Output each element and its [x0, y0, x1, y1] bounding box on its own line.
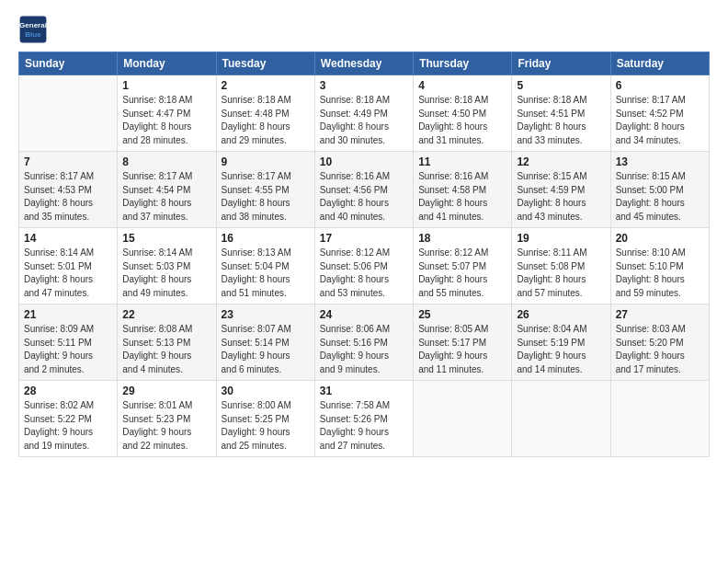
- day-number: 17: [320, 232, 408, 245]
- calendar-cell: [414, 381, 512, 457]
- calendar-cell: 16Sunrise: 8:13 AM Sunset: 5:04 PM Dayli…: [216, 228, 314, 304]
- day-info: Sunrise: 8:11 AM Sunset: 5:08 PM Dayligh…: [517, 247, 605, 300]
- calendar-cell: 31Sunrise: 7:58 AM Sunset: 5:26 PM Dayli…: [314, 381, 413, 457]
- week-row-4: 21Sunrise: 8:09 AM Sunset: 5:11 PM Dayli…: [19, 304, 710, 381]
- day-number: 27: [616, 308, 704, 321]
- calendar-cell: 14Sunrise: 8:14 AM Sunset: 5:01 PM Dayli…: [19, 228, 118, 304]
- calendar-page: General Blue SundayMondayTuesdayWednesda…: [0, 0, 728, 563]
- day-info: Sunrise: 8:18 AM Sunset: 4:47 PM Dayligh…: [122, 94, 210, 147]
- day-number: 18: [418, 232, 506, 245]
- day-info: Sunrise: 8:15 AM Sunset: 5:00 PM Dayligh…: [616, 170, 704, 224]
- calendar-cell: 23Sunrise: 8:07 AM Sunset: 5:14 PM Dayli…: [216, 304, 314, 381]
- day-info: Sunrise: 8:18 AM Sunset: 4:48 PM Dayligh…: [222, 94, 310, 147]
- week-row-1: 1Sunrise: 8:18 AM Sunset: 4:47 PM Daylig…: [19, 75, 710, 152]
- calendar-cell: 26Sunrise: 8:04 AM Sunset: 5:19 PM Dayli…: [512, 304, 610, 381]
- day-info: Sunrise: 8:18 AM Sunset: 4:50 PM Dayligh…: [418, 94, 506, 147]
- day-number: 6: [616, 79, 704, 92]
- calendar-cell: 29Sunrise: 8:01 AM Sunset: 5:23 PM Dayli…: [118, 381, 216, 457]
- calendar-cell: 17Sunrise: 8:12 AM Sunset: 5:06 PM Dayli…: [314, 228, 413, 304]
- day-number: 16: [222, 232, 310, 245]
- day-number: 21: [24, 308, 112, 321]
- day-info: Sunrise: 8:01 AM Sunset: 5:23 PM Dayligh…: [122, 399, 210, 453]
- day-info: Sunrise: 8:16 AM Sunset: 4:56 PM Dayligh…: [320, 170, 408, 224]
- day-info: Sunrise: 8:15 AM Sunset: 4:59 PM Dayligh…: [517, 170, 605, 224]
- day-number: 2: [222, 79, 310, 92]
- day-header-saturday: Saturday: [610, 52, 709, 75]
- day-info: Sunrise: 8:08 AM Sunset: 5:13 PM Dayligh…: [122, 323, 210, 376]
- calendar-cell: [610, 381, 709, 457]
- day-number: 9: [222, 155, 310, 168]
- day-info: Sunrise: 7:58 AM Sunset: 5:26 PM Dayligh…: [320, 399, 408, 453]
- calendar-cell: 19Sunrise: 8:11 AM Sunset: 5:08 PM Dayli…: [512, 228, 610, 304]
- day-number: 26: [517, 308, 605, 321]
- logo-icon: General Blue: [18, 15, 48, 44]
- svg-text:Blue: Blue: [25, 30, 41, 39]
- calendar-cell: 3Sunrise: 8:18 AM Sunset: 4:49 PM Daylig…: [314, 75, 413, 152]
- calendar-cell: 21Sunrise: 8:09 AM Sunset: 5:11 PM Dayli…: [19, 304, 118, 381]
- week-row-5: 28Sunrise: 8:02 AM Sunset: 5:22 PM Dayli…: [19, 381, 710, 457]
- day-info: Sunrise: 8:03 AM Sunset: 5:20 PM Dayligh…: [616, 323, 704, 376]
- day-number: 28: [24, 385, 112, 397]
- day-header-thursday: Thursday: [414, 52, 512, 75]
- day-info: Sunrise: 8:12 AM Sunset: 5:06 PM Dayligh…: [320, 247, 408, 300]
- day-number: 22: [122, 308, 210, 321]
- day-info: Sunrise: 8:14 AM Sunset: 5:01 PM Dayligh…: [24, 247, 112, 300]
- day-info: Sunrise: 8:17 AM Sunset: 4:55 PM Dayligh…: [222, 170, 310, 224]
- day-number: 14: [24, 232, 112, 245]
- day-header-wednesday: Wednesday: [314, 52, 413, 75]
- days-header-row: SundayMondayTuesdayWednesdayThursdayFrid…: [19, 52, 710, 75]
- logo: General Blue: [18, 15, 48, 44]
- day-number: 29: [122, 385, 210, 397]
- calendar-cell: 1Sunrise: 8:18 AM Sunset: 4:47 PM Daylig…: [118, 75, 216, 152]
- day-number: 20: [616, 232, 704, 245]
- day-info: Sunrise: 8:07 AM Sunset: 5:14 PM Dayligh…: [222, 323, 310, 376]
- day-info: Sunrise: 8:16 AM Sunset: 4:58 PM Dayligh…: [418, 170, 506, 224]
- week-row-2: 7Sunrise: 8:17 AM Sunset: 4:53 PM Daylig…: [19, 152, 710, 228]
- day-info: Sunrise: 8:06 AM Sunset: 5:16 PM Dayligh…: [320, 323, 408, 376]
- header: General Blue: [18, 15, 710, 44]
- calendar-cell: 2Sunrise: 8:18 AM Sunset: 4:48 PM Daylig…: [216, 75, 314, 152]
- day-number: 3: [320, 79, 408, 92]
- calendar-cell: 30Sunrise: 8:00 AM Sunset: 5:25 PM Dayli…: [216, 381, 314, 457]
- calendar-cell: 10Sunrise: 8:16 AM Sunset: 4:56 PM Dayli…: [314, 152, 413, 228]
- calendar-cell: 11Sunrise: 8:16 AM Sunset: 4:58 PM Dayli…: [414, 152, 512, 228]
- day-info: Sunrise: 8:14 AM Sunset: 5:03 PM Dayligh…: [122, 247, 210, 300]
- day-number: 11: [418, 155, 506, 168]
- day-number: 4: [418, 79, 506, 92]
- day-info: Sunrise: 8:17 AM Sunset: 4:54 PM Dayligh…: [122, 170, 210, 224]
- day-info: Sunrise: 8:05 AM Sunset: 5:17 PM Dayligh…: [418, 323, 506, 376]
- day-info: Sunrise: 8:17 AM Sunset: 4:52 PM Dayligh…: [616, 94, 704, 147]
- calendar-cell: 22Sunrise: 8:08 AM Sunset: 5:13 PM Dayli…: [118, 304, 216, 381]
- day-header-sunday: Sunday: [19, 52, 118, 75]
- day-header-friday: Friday: [512, 52, 610, 75]
- calendar-cell: 18Sunrise: 8:12 AM Sunset: 5:07 PM Dayli…: [414, 228, 512, 304]
- day-info: Sunrise: 8:18 AM Sunset: 4:49 PM Dayligh…: [320, 94, 408, 147]
- day-number: 8: [122, 155, 210, 168]
- calendar-cell: 15Sunrise: 8:14 AM Sunset: 5:03 PM Dayli…: [118, 228, 216, 304]
- day-info: Sunrise: 8:18 AM Sunset: 4:51 PM Dayligh…: [517, 94, 605, 147]
- calendar-table: SundayMondayTuesdayWednesdayThursdayFrid…: [18, 52, 710, 457]
- day-number: 10: [320, 155, 408, 168]
- calendar-cell: 5Sunrise: 8:18 AM Sunset: 4:51 PM Daylig…: [512, 75, 610, 152]
- calendar-cell: 13Sunrise: 8:15 AM Sunset: 5:00 PM Dayli…: [610, 152, 709, 228]
- day-number: 1: [122, 79, 210, 92]
- calendar-cell: 4Sunrise: 8:18 AM Sunset: 4:50 PM Daylig…: [414, 75, 512, 152]
- day-header-monday: Monday: [118, 52, 216, 75]
- calendar-cell: 6Sunrise: 8:17 AM Sunset: 4:52 PM Daylig…: [610, 75, 709, 152]
- day-info: Sunrise: 8:13 AM Sunset: 5:04 PM Dayligh…: [222, 247, 310, 300]
- day-info: Sunrise: 8:02 AM Sunset: 5:22 PM Dayligh…: [24, 399, 112, 453]
- day-info: Sunrise: 8:10 AM Sunset: 5:10 PM Dayligh…: [616, 247, 704, 300]
- day-number: 25: [418, 308, 506, 321]
- calendar-cell: 24Sunrise: 8:06 AM Sunset: 5:16 PM Dayli…: [314, 304, 413, 381]
- day-info: Sunrise: 8:12 AM Sunset: 5:07 PM Dayligh…: [418, 247, 506, 300]
- day-info: Sunrise: 8:17 AM Sunset: 4:53 PM Dayligh…: [24, 170, 112, 224]
- day-number: 30: [222, 385, 310, 397]
- day-number: 13: [616, 155, 704, 168]
- calendar-cell: 12Sunrise: 8:15 AM Sunset: 4:59 PM Dayli…: [512, 152, 610, 228]
- calendar-cell: 20Sunrise: 8:10 AM Sunset: 5:10 PM Dayli…: [610, 228, 709, 304]
- day-number: 7: [24, 155, 112, 168]
- calendar-cell: [512, 381, 610, 457]
- day-info: Sunrise: 8:00 AM Sunset: 5:25 PM Dayligh…: [222, 399, 310, 453]
- day-info: Sunrise: 8:04 AM Sunset: 5:19 PM Dayligh…: [517, 323, 605, 376]
- calendar-cell: 25Sunrise: 8:05 AM Sunset: 5:17 PM Dayli…: [414, 304, 512, 381]
